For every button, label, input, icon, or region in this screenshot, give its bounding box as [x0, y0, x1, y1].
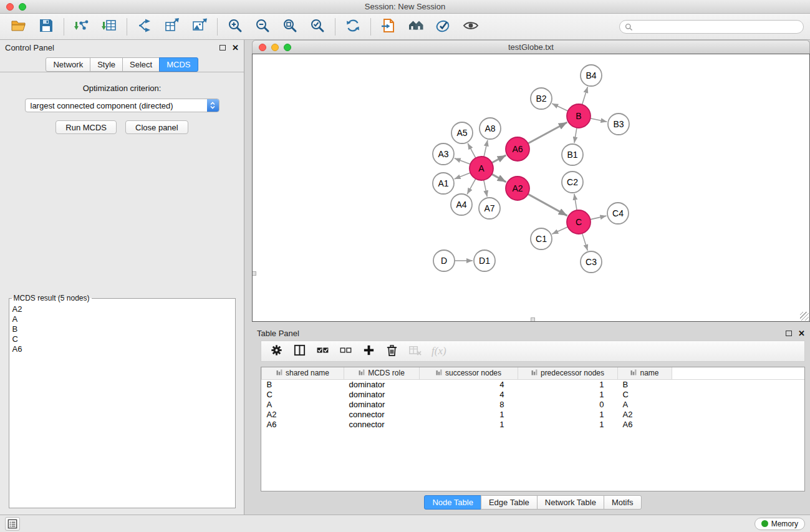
node-C3[interactable]: C3 [581, 251, 602, 273]
export-network-button[interactable] [133, 16, 156, 37]
tab-network-table[interactable]: Network Table [537, 495, 604, 510]
node-A4[interactable]: A4 [451, 194, 472, 215]
node-D1[interactable]: D1 [474, 250, 495, 271]
cell-shared-name[interactable]: B [262, 379, 344, 389]
table-settings-button[interactable] [270, 343, 283, 359]
table-panel-close-icon[interactable]: ✕ [798, 329, 805, 337]
edge-A-A1[interactable] [455, 173, 471, 179]
run-mcds-button[interactable]: Run MCDS [55, 120, 117, 134]
table-row[interactable]: Adominator80A [262, 399, 805, 409]
cell-name[interactable]: C [618, 389, 672, 399]
add-function-button[interactable] [362, 343, 375, 359]
resize-handle[interactable] [800, 312, 809, 321]
cell-name[interactable]: A6 [618, 419, 672, 429]
show-columns-button[interactable] [293, 343, 306, 359]
zoom-out-button[interactable] [251, 16, 274, 37]
open-session-button[interactable] [7, 16, 30, 37]
cell-predecessor-nodes[interactable]: 0 [518, 399, 618, 409]
edge-B-B1[interactable] [574, 128, 577, 143]
cell-name[interactable]: B [618, 379, 672, 389]
cell-MCDS-role[interactable]: connector [344, 409, 420, 419]
optimization-criterion-select[interactable]: largest connected component (directed) [25, 99, 219, 112]
network-graph[interactable]: AA1A2A3A4A5A6A7A8BB1B2B3B4CC1C2C3C4DD1 [253, 54, 809, 321]
control-panel-close-icon[interactable]: ✕ [232, 44, 239, 52]
cell-MCDS-role[interactable]: dominator [344, 379, 420, 389]
edge-A-A4[interactable] [467, 179, 476, 195]
node-table[interactable]: shared nameMCDS rolesuccessor nodesprede… [261, 367, 805, 491]
cell-MCDS-role[interactable]: dominator [344, 399, 420, 409]
birds-eye-view-button[interactable] [405, 16, 427, 37]
edge-B-B3[interactable] [591, 118, 607, 122]
node-B4[interactable]: B4 [581, 65, 602, 86]
mcds-result-list[interactable]: A2ABCA6 [11, 304, 234, 355]
node-A5[interactable]: A5 [451, 122, 473, 143]
cell-successor-nodes[interactable]: 1 [420, 409, 518, 419]
column-header-name[interactable]: name [618, 367, 672, 379]
result-item[interactable]: A [12, 314, 232, 324]
edge-A-A8[interactable] [484, 140, 488, 157]
bottom-resize-tick[interactable] [531, 317, 535, 322]
edge-A6-B[interactable] [528, 122, 567, 143]
function-builder-button[interactable]: f(x) [432, 343, 446, 359]
delete-rows-button[interactable] [385, 343, 398, 359]
node-C2[interactable]: C2 [562, 172, 583, 193]
node-A3[interactable]: A3 [433, 143, 454, 165]
cell-shared-name[interactable]: A [262, 399, 344, 409]
search-input[interactable] [636, 22, 798, 31]
node-D[interactable]: D [433, 250, 455, 271]
cell-name[interactable]: A [618, 399, 672, 409]
cell-successor-nodes[interactable]: 1 [420, 419, 518, 429]
tab-select[interactable]: Select [122, 57, 160, 72]
node-C4[interactable]: C4 [607, 203, 629, 224]
table-row[interactable]: Bdominator41B [262, 379, 805, 389]
table-row[interactable]: A2connector11A2 [262, 409, 805, 419]
table-panel-float-icon[interactable] [786, 331, 792, 336]
cell-MCDS-role[interactable]: connector [344, 419, 420, 429]
node-B3[interactable]: B3 [608, 114, 629, 135]
node-B[interactable]: B [567, 104, 591, 128]
result-item[interactable]: B [12, 324, 232, 334]
import-table-button[interactable] [98, 16, 120, 37]
left-resize-tick[interactable] [252, 271, 256, 276]
tab-style[interactable]: Style [90, 57, 123, 72]
column-header-MCDS-role[interactable]: MCDS role [344, 367, 420, 379]
refresh-view-button[interactable] [342, 16, 364, 37]
memory-indicator[interactable]: Memory [755, 518, 805, 530]
cell-predecessor-nodes[interactable]: 1 [518, 419, 618, 429]
edge-C-C4[interactable] [591, 216, 607, 220]
edge-C-C2[interactable] [574, 194, 577, 210]
save-session-button[interactable] [35, 16, 57, 37]
edge-A2-C[interactable] [528, 194, 567, 216]
cell-predecessor-nodes[interactable]: 1 [518, 409, 618, 419]
result-item[interactable]: A2 [12, 304, 232, 314]
search-field[interactable] [619, 20, 804, 34]
cell-successor-nodes[interactable]: 4 [420, 379, 518, 389]
edge-A-A2[interactable] [492, 174, 506, 182]
node-A1[interactable]: A1 [433, 173, 454, 194]
column-header-predecessor-nodes[interactable]: predecessor nodes [518, 367, 618, 379]
cell-predecessor-nodes[interactable]: 1 [518, 379, 618, 389]
cell-successor-nodes[interactable]: 8 [420, 399, 518, 409]
node-A6[interactable]: A6 [506, 137, 529, 161]
tab-node-table[interactable]: Node Table [424, 495, 481, 510]
edge-A-A7[interactable] [484, 180, 487, 197]
check-badge-button[interactable] [432, 16, 455, 37]
zoom-fit-button[interactable] [279, 16, 301, 37]
node-A7[interactable]: A7 [479, 198, 500, 219]
node-A2[interactable]: A2 [506, 177, 529, 200]
edge-B-B4[interactable] [582, 87, 588, 105]
export-image-button[interactable] [188, 16, 211, 37]
edge-A-A5[interactable] [468, 143, 476, 158]
edge-A-A3[interactable] [455, 158, 470, 165]
zoom-selected-button[interactable] [306, 16, 329, 37]
edge-A-A6[interactable] [492, 155, 506, 163]
node-B2[interactable]: B2 [531, 88, 552, 109]
clear-table-button[interactable] [408, 343, 422, 359]
annotation-snapshot-button[interactable] [377, 16, 400, 37]
control-panel-float-icon[interactable] [219, 45, 226, 51]
cell-predecessor-nodes[interactable]: 1 [518, 389, 618, 399]
export-table-button[interactable] [161, 16, 183, 37]
column-header-successor-nodes[interactable]: successor nodes [420, 367, 518, 379]
node-C1[interactable]: C1 [531, 228, 552, 249]
show-graphics-details-button[interactable] [460, 16, 482, 37]
